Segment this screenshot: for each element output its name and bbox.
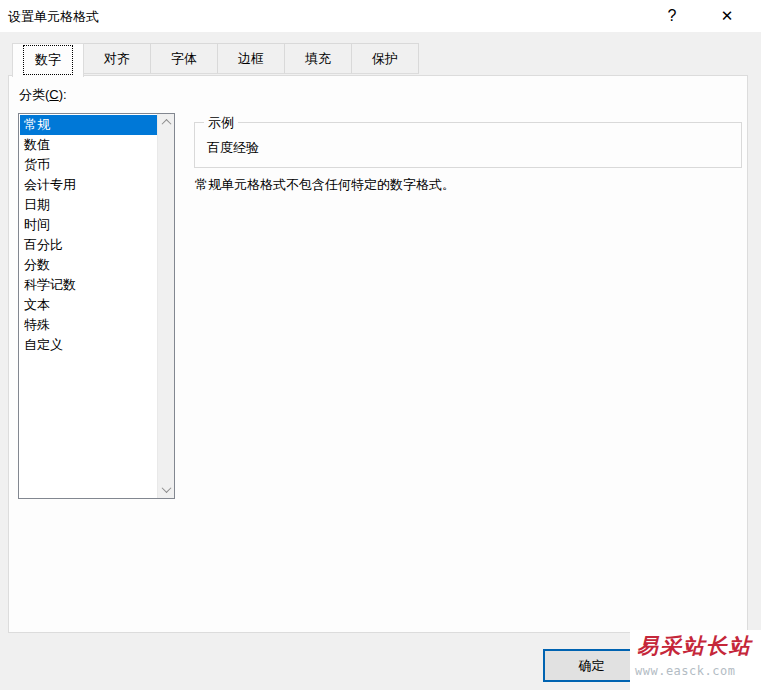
tab-number-label: 数字 xyxy=(23,45,73,75)
category-item-number[interactable]: 数值 xyxy=(20,135,157,155)
category-item-text[interactable]: 文本 xyxy=(20,295,157,315)
watermark-site-name: 易采站长站 xyxy=(637,632,752,660)
category-label: 分类(C): xyxy=(19,86,67,104)
close-button[interactable]: ✕ xyxy=(707,0,747,31)
category-list: 常规 数值 货币 会计专用 日期 时间 百分比 分数 科学记数 文本 特殊 自定… xyxy=(20,115,157,355)
category-item-time[interactable]: 时间 xyxy=(20,215,157,235)
tab-protection-label: 保护 xyxy=(372,50,398,68)
tab-number[interactable]: 数字 xyxy=(12,43,84,77)
category-item-percentage[interactable]: 百分比 xyxy=(20,235,157,255)
tab-font[interactable]: 字体 xyxy=(150,43,218,74)
watermark: 易采站长站 www.easck.com xyxy=(630,630,761,690)
category-item-date[interactable]: 日期 xyxy=(20,195,157,215)
format-description: 常规单元格格式不包含任何特定的数字格式。 xyxy=(195,176,455,194)
chevron-up-icon xyxy=(161,119,171,129)
tab-strip: 数字 对齐 字体 边框 填充 保护 xyxy=(12,43,418,77)
number-tab-page: 分类(C): 常规 数值 货币 会计专用 日期 时间 百分比 分数 科学记数 文… xyxy=(8,75,748,633)
help-icon: ? xyxy=(668,7,677,25)
tab-font-label: 字体 xyxy=(171,50,197,68)
tab-protection[interactable]: 保护 xyxy=(351,43,419,74)
tab-border-label: 边框 xyxy=(238,50,264,68)
scrollbar-down-button[interactable] xyxy=(158,481,174,498)
sample-groupbox: 示例 百度经验 xyxy=(194,122,742,168)
help-button[interactable]: ? xyxy=(652,0,692,31)
category-item-general[interactable]: 常规 xyxy=(20,115,157,135)
category-item-special[interactable]: 特殊 xyxy=(20,315,157,335)
chevron-down-icon xyxy=(161,483,171,493)
window-title: 设置单元格格式 xyxy=(8,8,99,26)
category-listbox[interactable]: 常规 数值 货币 会计专用 日期 时间 百分比 分数 科学记数 文本 特殊 自定… xyxy=(18,113,175,499)
sample-value: 百度经验 xyxy=(207,139,259,157)
sample-group-label: 示例 xyxy=(204,114,238,132)
category-item-custom[interactable]: 自定义 xyxy=(20,335,157,355)
category-item-currency[interactable]: 货币 xyxy=(20,155,157,175)
tab-fill-label: 填充 xyxy=(305,50,331,68)
watermark-site-url: www.easck.com xyxy=(635,664,735,678)
tab-border[interactable]: 边框 xyxy=(217,43,285,74)
tab-alignment[interactable]: 对齐 xyxy=(83,43,151,74)
category-item-accounting[interactable]: 会计专用 xyxy=(20,175,157,195)
close-icon: ✕ xyxy=(721,7,734,25)
ok-button[interactable]: 确定 xyxy=(543,649,640,682)
tab-fill[interactable]: 填充 xyxy=(284,43,352,74)
ok-button-label: 确定 xyxy=(579,657,605,675)
tab-alignment-label: 对齐 xyxy=(104,50,130,68)
scrollbar-up-button[interactable] xyxy=(158,114,174,131)
category-item-fraction[interactable]: 分数 xyxy=(20,255,157,275)
listbox-scrollbar[interactable] xyxy=(157,114,174,498)
category-item-scientific[interactable]: 科学记数 xyxy=(20,275,157,295)
titlebar: 设置单元格格式 ? ✕ xyxy=(0,0,761,32)
